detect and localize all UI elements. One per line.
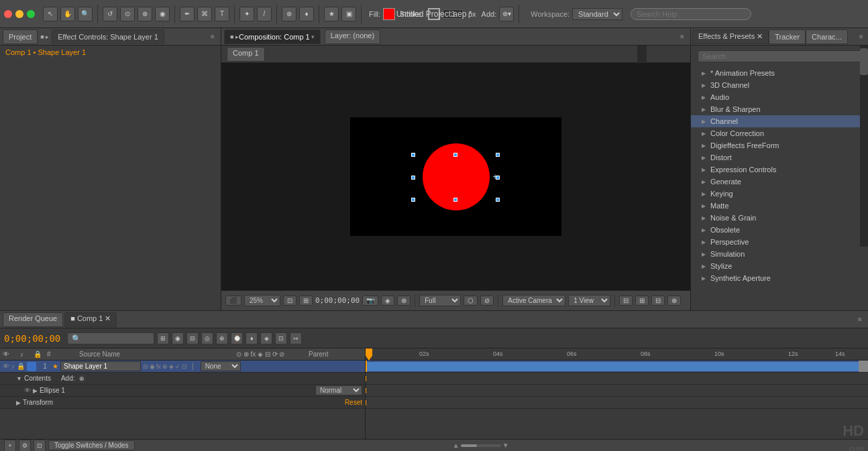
- minimize-button[interactable]: [15, 10, 23, 18]
- composition-tab[interactable]: ■ ▸ Composition: Comp 1 ▾: [224, 29, 321, 44]
- tl-time-remap[interactable]: ⌚: [231, 332, 243, 344]
- effect-keying[interactable]: ▶ Keying: [691, 188, 868, 200]
- zoom-select[interactable]: 25% 50% 100%: [244, 295, 280, 306]
- layer-tab[interactable]: Layer: (none): [325, 29, 380, 44]
- toggle-px-btn[interactable]: ⊞: [299, 296, 313, 306]
- mask-feather-tool[interactable]: ⌘: [197, 7, 212, 21]
- zoom-slider[interactable]: [461, 444, 501, 447]
- puppet-pin-tool[interactable]: ♦: [299, 7, 314, 21]
- grid-btn[interactable]: ⊞: [635, 296, 649, 306]
- color-mgmt-btn[interactable]: ⊕: [397, 296, 411, 306]
- adjustment-sw[interactable]: ✓: [175, 363, 180, 370]
- tl-markers[interactable]: ♦: [246, 332, 258, 344]
- comp1-sub-tab[interactable]: Comp 1: [227, 47, 265, 62]
- effect-distort[interactable]: ▶ Distort: [691, 151, 868, 164]
- effect-perspective[interactable]: ▶ Perspective: [691, 236, 868, 248]
- handle-tc[interactable]: [453, 153, 457, 157]
- frame-blend-sw[interactable]: ⊕: [162, 363, 168, 370]
- tl-graph-editor[interactable]: ⊕: [216, 332, 228, 344]
- effect-matte[interactable]: ▶ Matte: [691, 200, 868, 212]
- effect-animation-presets[interactable]: ▶ * Animation Presets: [691, 67, 868, 79]
- effects-search-input[interactable]: [698, 50, 861, 62]
- maximize-button[interactable]: [27, 10, 35, 18]
- roto-brush-tool[interactable]: ⊗: [282, 7, 296, 21]
- tl-expand-all[interactable]: ⊞: [157, 332, 169, 344]
- handle-tl[interactable]: [411, 153, 415, 157]
- effect-generate[interactable]: ▶ Generate: [691, 176, 868, 188]
- effects-presets-tab[interactable]: Effects & Presets ✕: [692, 29, 769, 44]
- effect-controls-tab[interactable]: Effect Controls: Shape Layer 1: [52, 29, 164, 44]
- timeline-search-input[interactable]: [67, 332, 154, 344]
- ellipse-expand-arrow[interactable]: ▶: [33, 387, 38, 394]
- camera-select[interactable]: Active Camera: [502, 295, 565, 306]
- scrollbar-thumb[interactable]: [860, 48, 868, 75]
- character-tab[interactable]: Charac...: [806, 29, 848, 44]
- ellipse-mode-select[interactable]: Normal Add Subtract Intersect: [315, 385, 362, 395]
- comp1-timeline-tab[interactable]: ■ Comp 1 ✕: [64, 312, 117, 327]
- overlay-btn[interactable]: ⊟: [619, 296, 633, 306]
- star-tool[interactable]: ★: [324, 7, 339, 21]
- playhead-marker[interactable]: [366, 348, 372, 361]
- transparency-btn[interactable]: ⊘: [480, 296, 494, 306]
- camera-orbit-tool[interactable]: ⊙: [120, 7, 135, 21]
- handle-bl[interactable]: [411, 198, 415, 202]
- effect-blur-sharpen[interactable]: ▶ Blur & Sharpen: [691, 103, 868, 115]
- unified-camera-tool[interactable]: ◉: [155, 7, 170, 21]
- transform-expand-arrow[interactable]: ▶: [16, 399, 21, 406]
- toggle-switches-modes-btn[interactable]: Toggle Switches / Modes: [48, 440, 135, 450]
- tl-collapse[interactable]: ⊡: [275, 332, 287, 344]
- tl-composition-marker[interactable]: ◈: [260, 332, 272, 344]
- timeline-ruler-area[interactable]: 02s 04s 06s 08s 10s 12s 14s: [366, 348, 868, 361]
- effect-color-correction[interactable]: ▶ Color Correction: [691, 127, 868, 139]
- tl-add-item-btn[interactable]: +: [4, 440, 16, 452]
- clone-stamp-tool[interactable]: ✦: [239, 7, 254, 21]
- contents-expand-arrow[interactable]: ▼: [16, 375, 22, 382]
- handle-br[interactable]: [496, 198, 500, 202]
- effect-expression-controls[interactable]: ▶ Expression Controls: [691, 164, 868, 176]
- composition-canvas[interactable]: +: [350, 117, 561, 236]
- effect-simulation[interactable]: ▶ Simulation: [691, 248, 868, 260]
- pen-tool[interactable]: ✒: [180, 7, 195, 21]
- layer-row-1[interactable]: 👁 ♪ 🔒 1 ★ Shape Layer 1 ⊟ ◉ fx ⊕ ◈ ✓ ⊡ |: [0, 361, 365, 373]
- add-content-btn[interactable]: ⊕: [77, 374, 87, 383]
- hand-tool[interactable]: ✋: [60, 7, 75, 21]
- effect-audio[interactable]: ▶ Audio: [691, 91, 868, 103]
- safe-zones-btn[interactable]: ⊕: [667, 296, 681, 306]
- zoom-out-icon[interactable]: ▲: [453, 442, 459, 449]
- layer-visibility-icon[interactable]: 👁: [3, 363, 9, 370]
- handle-ml[interactable]: [411, 176, 415, 180]
- rotate-tool[interactable]: ↺: [103, 7, 117, 21]
- viewer-menu-icon[interactable]: ≡: [677, 31, 688, 42]
- ellipse-row[interactable]: 👁 ▶ Ellipse 1 Normal Add Subtract Inters…: [0, 385, 365, 397]
- fit-btn[interactable]: ⊡: [283, 296, 296, 306]
- handle-tr[interactable]: [496, 153, 500, 157]
- layer-name-input[interactable]: Shape Layer 1: [60, 361, 141, 371]
- tl-motion-blur[interactable]: ◎: [201, 332, 213, 344]
- 3d-sw[interactable]: ⊡: [182, 363, 187, 370]
- project-tab[interactable]: Project: [3, 29, 38, 44]
- region-btn[interactable]: ⬡: [464, 296, 478, 306]
- effect-digieffects[interactable]: ▶ Digieffects FreeForm: [691, 139, 868, 151]
- layer-audio-icon[interactable]: ♪: [11, 363, 15, 370]
- layer-bar-1[interactable]: [366, 362, 868, 371]
- layer-solo-star[interactable]: ★: [52, 363, 58, 370]
- guides-btn[interactable]: ⊟: [651, 296, 665, 306]
- camera-track-tool[interactable]: ⊕: [138, 7, 152, 21]
- effect-noise-grain[interactable]: ▶ Noise & Grain: [691, 212, 868, 224]
- zoom-in-icon[interactable]: ▼: [502, 442, 509, 449]
- parent-select[interactable]: None: [201, 361, 241, 371]
- select-tool[interactable]: ↖: [43, 7, 58, 21]
- tl-frame-blending[interactable]: ⊟: [186, 332, 199, 344]
- effect-3d-channel[interactable]: ▶ 3D Channel: [691, 79, 868, 91]
- tl-solo-all[interactable]: ◉: [172, 332, 184, 344]
- timeline-menu-icon[interactable]: ≡: [855, 314, 865, 325]
- tracker-tab[interactable]: Tracker: [769, 29, 806, 44]
- tl-viewer-btn[interactable]: ⊡: [34, 440, 46, 452]
- draft-btn[interactable]: ◈: [381, 296, 394, 306]
- right-panel-menu-icon[interactable]: ≡: [856, 31, 867, 42]
- effects-sw[interactable]: fx: [156, 363, 161, 370]
- transform-row[interactable]: ▶ Transform Reset: [0, 397, 365, 409]
- add-dropdown[interactable]: ⊕▾: [499, 7, 514, 21]
- handle-bc[interactable]: [453, 198, 457, 202]
- zoom-tool[interactable]: 🔍: [78, 7, 93, 21]
